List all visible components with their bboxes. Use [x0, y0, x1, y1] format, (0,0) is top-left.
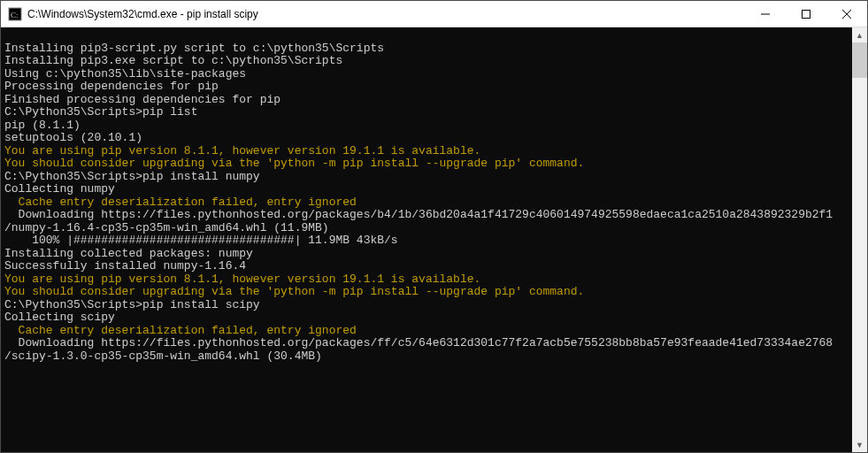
output-line: Installing collected packages: numpy	[4, 248, 849, 261]
output-line: Successfully installed numpy-1.16.4	[4, 260, 849, 273]
maximize-button[interactable]	[786, 1, 826, 27]
terminal-container: Installing pip3-script.py script to c:\p…	[1, 27, 867, 452]
titlebar: C: C:\Windows\System32\cmd.exe - pip ins…	[1, 1, 867, 27]
warning-line: You are using pip version 8.1.1, however…	[4, 145, 849, 158]
prompt-path: C:\Python35\Scripts>	[4, 170, 142, 183]
command-text: pip install scipy	[142, 298, 260, 311]
output-line: pip (8.1.1)	[4, 119, 849, 133]
output-line: Finished processing dependencies for pip	[4, 94, 849, 107]
prompt-line: C:\Python35\Scripts>pip install numpy	[4, 171, 849, 184]
output-line: Using c:\python35\lib\site-packages	[4, 68, 849, 81]
output-line: Processing dependencies for pip	[4, 81, 849, 94]
warning-line: Cache entry deserialization failed, entr…	[4, 325, 849, 338]
scrollbar-track[interactable]	[852, 42, 867, 437]
svg-rect-3	[803, 10, 810, 18]
scroll-down-button[interactable]: ▼	[852, 437, 867, 452]
svg-text:C:: C:	[11, 11, 19, 19]
output-line: /scipy-1.3.0-cp35-cp35m-win_amd64.whl (3…	[4, 350, 849, 364]
prompt-path: C:\Python35\Scripts>	[4, 105, 142, 119]
prompt-line: C:\Python35\Scripts>pip install scipy	[4, 299, 849, 312]
output-line: Downloading https://files.pythonhosted.o…	[4, 209, 849, 222]
output-line: /numpy-1.16.4-cp35-cp35m-win_amd64.whl (…	[4, 222, 849, 235]
window-controls	[745, 1, 867, 27]
window-title: C:\Windows\System32\cmd.exe - pip instal…	[27, 8, 745, 20]
output-line: Collecting numpy	[4, 183, 849, 196]
command-text: pip install numpy	[142, 170, 260, 183]
prompt-line: C:\Python35\Scripts>pip list	[4, 106, 849, 119]
scrollbar-thumb[interactable]	[852, 42, 867, 78]
close-button[interactable]	[826, 1, 867, 27]
warning-line: You should consider upgrading via the 'p…	[4, 157, 849, 171]
terminal-output[interactable]: Installing pip3-script.py script to c:\p…	[1, 27, 852, 452]
output-line: Installing pip3.exe script to c:\python3…	[4, 55, 849, 68]
progress-line: 100% |################################| …	[4, 234, 849, 248]
output-line: Installing pip3-script.py script to c:\p…	[4, 42, 849, 56]
scroll-up-button[interactable]: ▲	[852, 27, 867, 42]
warning-line: You are using pip version 8.1.1, however…	[4, 273, 849, 287]
command-text: pip list	[142, 105, 197, 119]
prompt-path: C:\Python35\Scripts>	[4, 298, 142, 311]
app-icon: C:	[8, 7, 22, 21]
output-line: Downloading https://files.pythonhosted.o…	[4, 337, 849, 350]
cmd-window: C: C:\Windows\System32\cmd.exe - pip ins…	[0, 0, 868, 453]
warning-line: You should consider upgrading via the 'p…	[4, 286, 849, 299]
vertical-scrollbar[interactable]: ▲ ▼	[852, 27, 867, 452]
warning-line: Cache entry deserialization failed, entr…	[4, 196, 849, 210]
minimize-button[interactable]	[745, 1, 786, 27]
output-line: Collecting scipy	[4, 311, 849, 325]
output-line: setuptools (20.10.1)	[4, 132, 849, 145]
